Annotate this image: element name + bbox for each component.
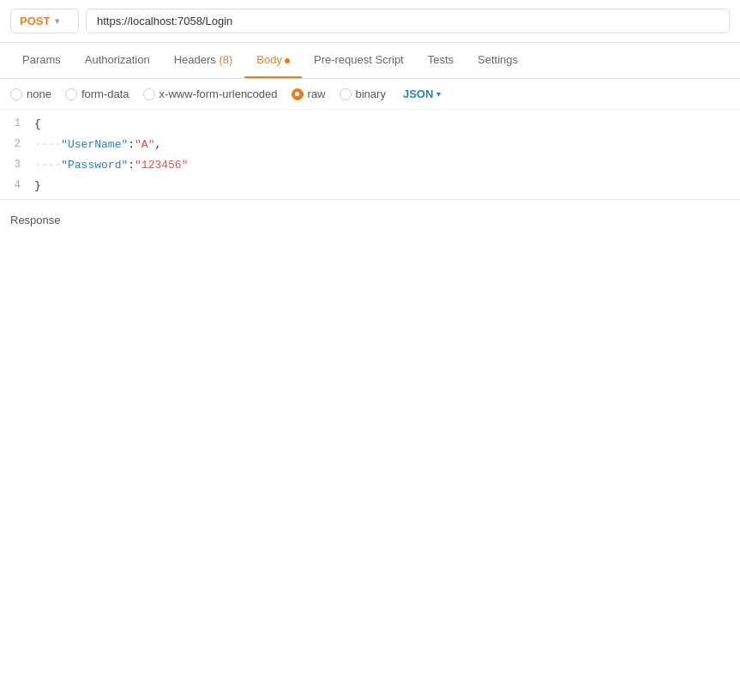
code-line-2: 2 ····"UserName":"A", [0, 134, 740, 154]
method-chevron-icon: ▾ [55, 16, 59, 26]
tab-authorization[interactable]: Authorization [73, 43, 162, 78]
radio-form-data [65, 88, 77, 100]
radio-none [10, 88, 22, 100]
tab-body[interactable]: Body [244, 43, 302, 78]
option-raw[interactable]: raw [292, 88, 326, 100]
body-dot [285, 58, 290, 63]
method-label: POST [20, 15, 50, 27]
code-line-4: 4 } [0, 175, 740, 196]
response-section: Response [0, 200, 740, 240]
tabs-bar: Params Authorization Headers (8) Body Pr… [0, 43, 740, 79]
line-number-3: 3 [0, 159, 34, 171]
code-editor[interactable]: 1 { 2 ····"UserName":"A", 3 ····"Passwor… [0, 110, 740, 200]
option-form-data[interactable]: form-data [65, 88, 129, 100]
radio-x-www-form-urlencoded [143, 88, 155, 100]
tab-pre-request[interactable]: Pre-request Script [302, 43, 416, 78]
option-none[interactable]: none [10, 88, 51, 100]
json-type-select[interactable]: JSON ▾ [403, 88, 441, 100]
line-number-1: 1 [0, 118, 34, 130]
tab-headers[interactable]: Headers (8) [162, 43, 245, 78]
response-label: Response [10, 214, 61, 226]
line-content-3: ····"Password":"123456" [34, 159, 740, 172]
option-x-www-form-urlencoded[interactable]: x-www-form-urlencoded [143, 88, 278, 100]
url-input[interactable] [86, 9, 730, 33]
code-line-1: 1 { [0, 113, 740, 134]
radio-binary [340, 88, 352, 100]
headers-badge: (8) [219, 53, 232, 66]
radio-raw [292, 88, 304, 100]
tab-settings[interactable]: Settings [466, 43, 530, 78]
tab-tests[interactable]: Tests [416, 43, 466, 78]
line-content-4: } [34, 179, 740, 192]
json-chevron-icon: ▾ [436, 89, 441, 99]
line-number-2: 2 [0, 138, 34, 150]
option-binary[interactable]: binary [340, 88, 386, 100]
line-content-2: ····"UserName":"A", [34, 138, 740, 151]
line-content-1: { [34, 118, 740, 130]
method-select[interactable]: POST ▾ [10, 9, 79, 33]
url-bar: POST ▾ [0, 0, 740, 43]
body-options-bar: none form-data x-www-form-urlencoded raw… [0, 79, 740, 110]
code-line-3: 3 ····"Password":"123456" [0, 154, 740, 175]
tab-params[interactable]: Params [10, 43, 73, 78]
line-number-4: 4 [0, 179, 34, 191]
